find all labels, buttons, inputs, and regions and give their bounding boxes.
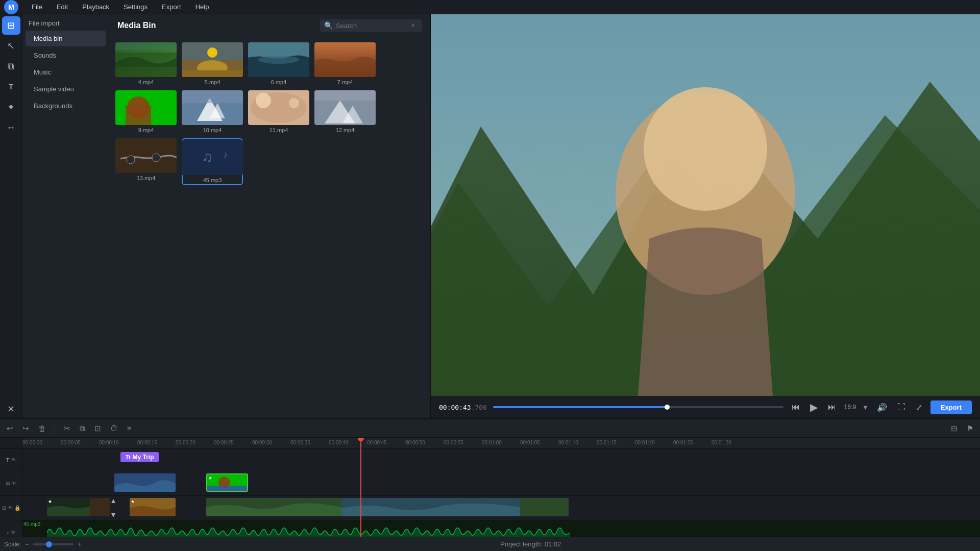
main-clip-3[interactable]: ★	[130, 498, 176, 516]
ruler-tick-10: 00:00:50	[405, 440, 425, 445]
menu-file[interactable]: File	[29, 2, 45, 12]
overlay-track-eye-icon[interactable]: 👁	[11, 481, 16, 486]
scale-label: Scale:	[4, 541, 21, 548]
sidebar-cursor-icon[interactable]: ↖	[2, 37, 20, 55]
text-clip[interactable]: Tt My Trip	[120, 452, 159, 462]
menubar: M File Edit Playback Settings Export Hel…	[0, 0, 980, 14]
align-button[interactable]: ≡	[125, 422, 134, 434]
svg-point-22	[256, 93, 271, 108]
ruler-tick-0: 00:00:00	[22, 440, 42, 445]
file-panel: File import Media bin Sounds Music Sampl…	[22, 14, 109, 418]
ruler-tick-9: 00:00:45	[367, 440, 387, 445]
trim-button[interactable]: ⊡	[92, 422, 104, 435]
main-clip-4[interactable]	[206, 498, 341, 516]
cut-button[interactable]: ✂	[61, 422, 73, 435]
svg-text:♫: ♫	[202, 149, 213, 165]
speed-button[interactable]: ⏱	[108, 422, 120, 434]
audio-track-eye-icon[interactable]: 👁	[11, 530, 16, 535]
sidebar-import-icon[interactable]: ⊞	[2, 16, 20, 35]
fullscreen-button[interactable]: ⛶	[895, 402, 908, 413]
progress-bar[interactable]	[493, 406, 783, 408]
overlay-clip-2[interactable]: ★	[206, 473, 248, 492]
skip-forward-button[interactable]: ⏭	[826, 402, 838, 413]
media-item-10mp4[interactable]: 10.mp4	[182, 90, 243, 133]
media-item-5mp4[interactable]: 5.mp4	[182, 42, 243, 85]
volume-button[interactable]: 🔊	[875, 402, 889, 413]
ruler-tick-13: 00:01:05	[520, 440, 540, 445]
sidebar-layers-icon[interactable]: ⧉	[2, 57, 20, 76]
nav-sample-video[interactable]: Sample video	[26, 81, 106, 97]
media-label-4mp4: 4.mp4	[138, 79, 154, 85]
skip-back-button[interactable]: ⏮	[790, 402, 802, 413]
snap-button[interactable]: ⊟	[948, 422, 960, 435]
expand-button[interactable]: ⤢	[914, 402, 924, 413]
main-track-eye-icon[interactable]: 👁	[8, 505, 13, 511]
sidebar-transitions-icon[interactable]: ↔	[2, 118, 20, 137]
ruler-tick-7: 00:00:35	[290, 440, 310, 445]
media-item-4mp4[interactable]: 4.mp4	[115, 42, 177, 85]
nav-music[interactable]: Music	[26, 64, 106, 80]
text-track-eye-icon[interactable]: 👁	[11, 457, 16, 463]
search-input[interactable]	[336, 22, 407, 30]
menu-settings[interactable]: Settings	[120, 2, 151, 12]
nav-backgrounds[interactable]: Backgrounds	[26, 98, 106, 114]
text-track-icon[interactable]: T	[6, 457, 10, 463]
sidebar-close-icon[interactable]: ✕	[2, 400, 20, 418]
marker-button[interactable]: ⚑	[964, 422, 976, 435]
main-clip-2[interactable]	[90, 498, 110, 516]
svg-marker-45	[111, 513, 115, 517]
project-length: Project length: 01:02	[500, 540, 561, 548]
ruler-tick-8: 00:00:40	[329, 440, 349, 445]
media-item-11mp4[interactable]: 11.mp4	[248, 90, 309, 133]
media-label-5mp4: 5.mp4	[205, 79, 220, 85]
delete-button[interactable]: 🗑	[36, 422, 48, 434]
ruler-tick-11: 00:00:55	[444, 440, 463, 445]
search-bar: 🔍 ✕	[320, 19, 422, 32]
icon-sidebar: ⊞ ↖ ⧉ T ✦ ↔ ✕	[0, 14, 22, 418]
search-icon: 🔍	[324, 21, 333, 30]
file-import-header[interactable]: File import	[22, 14, 109, 30]
sidebar-effects-icon[interactable]: ✦	[2, 98, 20, 116]
main-clip-1[interactable]: ★	[47, 498, 90, 516]
ruler-tick-6: 00:00:30	[252, 440, 272, 445]
main-clip-6[interactable]	[520, 498, 569, 516]
scale-bar: Scale: − + Project length: 01:02	[0, 537, 980, 551]
ruler-tick-17: 00:01:25	[673, 440, 693, 445]
svg-rect-9	[248, 42, 309, 58]
media-item-13mp4[interactable]: 13.mp4	[115, 138, 177, 185]
media-item-9mp4[interactable]: 9.mp4	[115, 90, 177, 133]
ruler-tick-16: 00:01:20	[635, 440, 655, 445]
overlay-track-icon[interactable]: ⧉	[6, 481, 10, 487]
svg-point-23	[289, 98, 299, 108]
main-track-lock-icon[interactable]: 🔒	[14, 505, 20, 511]
undo-button[interactable]: ↩	[4, 422, 16, 435]
media-label-6mp4: 6.mp4	[271, 79, 287, 85]
media-bin-title: Media Bin	[117, 21, 156, 30]
menu-edit[interactable]: Edit	[54, 2, 71, 12]
play-button[interactable]: ▶	[808, 400, 820, 414]
media-item-7mp4[interactable]: 7.mp4	[314, 42, 376, 85]
nav-media-bin[interactable]: Media bin	[26, 31, 106, 46]
menu-playback[interactable]: Playback	[79, 2, 112, 12]
preview-video	[431, 14, 980, 396]
menu-export[interactable]: Export	[159, 2, 184, 12]
copy-button[interactable]: ⧉	[77, 422, 88, 435]
scale-plus-icon[interactable]: +	[78, 541, 81, 548]
nav-sounds[interactable]: Sounds	[26, 47, 106, 63]
overlay-clip-1[interactable]	[114, 473, 176, 492]
media-item-6mp4[interactable]: 6.mp4	[248, 42, 309, 85]
time-display: 00:00:43.700	[439, 404, 487, 411]
audio-track-icon[interactable]: ♪	[7, 530, 9, 535]
scale-slider[interactable]	[33, 543, 74, 545]
main-clip-5[interactable]	[341, 498, 520, 516]
search-clear-icon[interactable]: ✕	[410, 22, 415, 29]
menu-help[interactable]: Help	[192, 2, 212, 12]
scale-minus-icon[interactable]: −	[25, 541, 29, 548]
sidebar-text-icon[interactable]: T	[2, 78, 20, 96]
media-item-12mp4[interactable]: 12.mp4	[314, 90, 376, 133]
playhead[interactable]	[360, 438, 361, 537]
media-item-45mp3[interactable]: ♫ ♪ 45.mp3	[182, 138, 243, 185]
redo-button[interactable]: ↪	[20, 422, 32, 435]
main-track-icon[interactable]: ⊟	[2, 505, 6, 511]
export-button[interactable]: Export	[930, 400, 972, 414]
